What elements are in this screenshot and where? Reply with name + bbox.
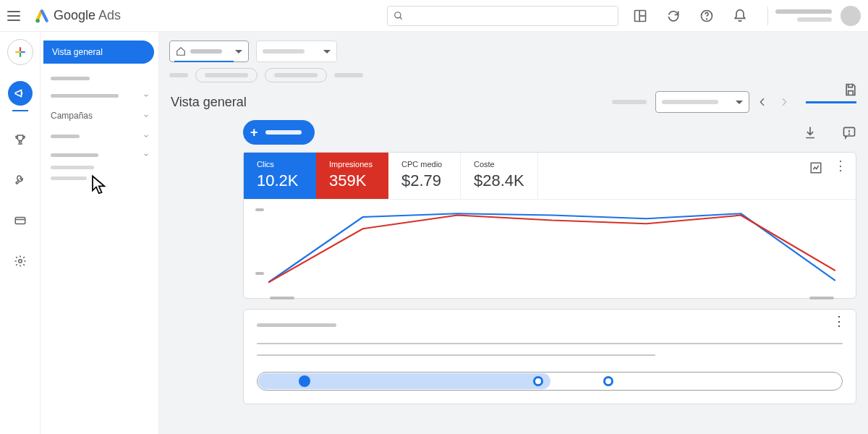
chart-series-clics: [268, 213, 835, 282]
svg-point-17: [849, 134, 850, 135]
nav-item[interactable]: [41, 71, 158, 86]
save-icon[interactable]: [843, 82, 858, 97]
metric-cpc-medio[interactable]: CPC medio$2.79: [388, 153, 461, 199]
credit-card-icon: [14, 214, 27, 227]
menu-button[interactable]: [7, 7, 25, 25]
text-line: [257, 343, 843, 344]
rail-billing[interactable]: [8, 208, 33, 233]
refresh-icon[interactable]: [666, 9, 681, 23]
date-range-select[interactable]: [655, 91, 749, 113]
notifications-icon[interactable]: [733, 9, 747, 23]
filter-chip[interactable]: [265, 68, 327, 82]
card-menu-button[interactable]: ⋮: [833, 317, 846, 326]
text-line: [257, 354, 655, 356]
google-ads-logo-icon: [35, 9, 49, 23]
help-icon[interactable]: [699, 9, 714, 23]
metric-label: Clics: [257, 160, 303, 169]
reports-icon[interactable]: [633, 9, 647, 23]
scope-select[interactable]: [256, 41, 337, 62]
stepper-node: [533, 376, 543, 386]
nav-item[interactable]: [41, 145, 158, 164]
product-name-b: Ads: [98, 8, 121, 22]
download-icon[interactable]: [803, 125, 817, 140]
accent-underline: [806, 101, 856, 103]
trophy-icon: [14, 133, 27, 146]
filter-chip[interactable]: [195, 68, 258, 82]
stepper-node: [603, 376, 613, 386]
filter-label: [169, 73, 188, 77]
chevron-down-icon: [142, 112, 150, 119]
nav-campaigns-label: Campañas: [51, 111, 93, 121]
nav-item[interactable]: [41, 164, 158, 175]
next-period-button[interactable]: [778, 96, 790, 108]
metric-impresiones[interactable]: Impresiones359K: [316, 153, 388, 199]
select-active-underline: [174, 61, 234, 62]
rail-tools[interactable]: [8, 168, 33, 192]
card-menu-button[interactable]: ⋮: [834, 161, 847, 174]
nav-item[interactable]: [41, 86, 158, 105]
metric-label: Coste: [474, 160, 524, 169]
product-logo[interactable]: Google Ads: [35, 8, 121, 23]
nav-item[interactable]: [41, 127, 158, 145]
summary-card: ⋮ Clics10.2KImpresiones359KCPC medio$2.7…: [243, 152, 856, 299]
chevron-down-icon: [235, 50, 242, 54]
svg-point-7: [707, 18, 707, 19]
plus-icon: +: [250, 125, 258, 140]
chevron-down-icon: [736, 101, 743, 104]
nav-overview-label: Vista general: [52, 47, 103, 57]
chevron-down-icon: [142, 151, 150, 158]
nav-campaigns[interactable]: Campañas: [41, 105, 158, 127]
svg-line-2: [400, 17, 402, 19]
metric-coste[interactable]: Coste$28.4K: [461, 153, 538, 199]
metric-value: 359K: [329, 171, 375, 190]
card-heading: [257, 323, 336, 327]
metric-value: 10.2K: [257, 171, 303, 190]
metric-value: $2.79: [401, 171, 447, 190]
date-label: [612, 100, 647, 104]
search-icon: [393, 11, 404, 21]
metric-clics[interactable]: Clics10.2K: [244, 153, 316, 199]
metric-label: CPC medio: [401, 160, 447, 169]
feedback-icon[interactable]: [842, 125, 856, 140]
home-icon: [176, 46, 186, 56]
rail-campaigns[interactable]: [8, 81, 33, 106]
chevron-down-icon: [323, 50, 331, 54]
prev-period-button[interactable]: [757, 96, 768, 108]
gear-icon: [14, 255, 27, 268]
nav-item[interactable]: [41, 175, 158, 186]
optimization-score-stepper[interactable]: [257, 372, 843, 391]
svg-point-14: [18, 260, 22, 263]
account-switcher[interactable]: [775, 9, 832, 22]
recommendations-card: ⋮: [243, 309, 856, 404]
new-campaign-button[interactable]: +: [243, 120, 315, 145]
filter-label: [334, 73, 363, 77]
tools-icon: [14, 174, 27, 187]
user-avatar[interactable]: [841, 6, 861, 26]
performance-chart: [244, 200, 856, 298]
svg-point-1: [395, 12, 401, 17]
rail-goals[interactable]: [8, 127, 33, 152]
account-select[interactable]: [169, 41, 249, 62]
rail-settings[interactable]: [8, 249, 33, 273]
svg-rect-12: [15, 218, 25, 224]
expand-chart-icon[interactable]: [809, 161, 822, 174]
search-input[interactable]: [387, 6, 618, 26]
metric-value: $28.4K: [474, 171, 524, 190]
create-button[interactable]: [7, 39, 33, 65]
svg-point-0: [36, 19, 40, 22]
chart-series-impresiones: [268, 216, 835, 283]
chevron-down-icon: [142, 132, 150, 140]
product-name-a: Google: [54, 8, 95, 22]
megaphone-icon: [14, 87, 27, 100]
plus-multicolor-icon: [14, 46, 27, 59]
metric-label: Impresiones: [329, 160, 375, 169]
separator: [767, 7, 768, 25]
rail-active-underline: [12, 110, 28, 111]
nav-overview[interactable]: Vista general: [43, 41, 154, 64]
stepper-node: [299, 375, 310, 387]
chevron-down-icon: [142, 92, 150, 99]
page-title: Vista general: [171, 95, 247, 110]
